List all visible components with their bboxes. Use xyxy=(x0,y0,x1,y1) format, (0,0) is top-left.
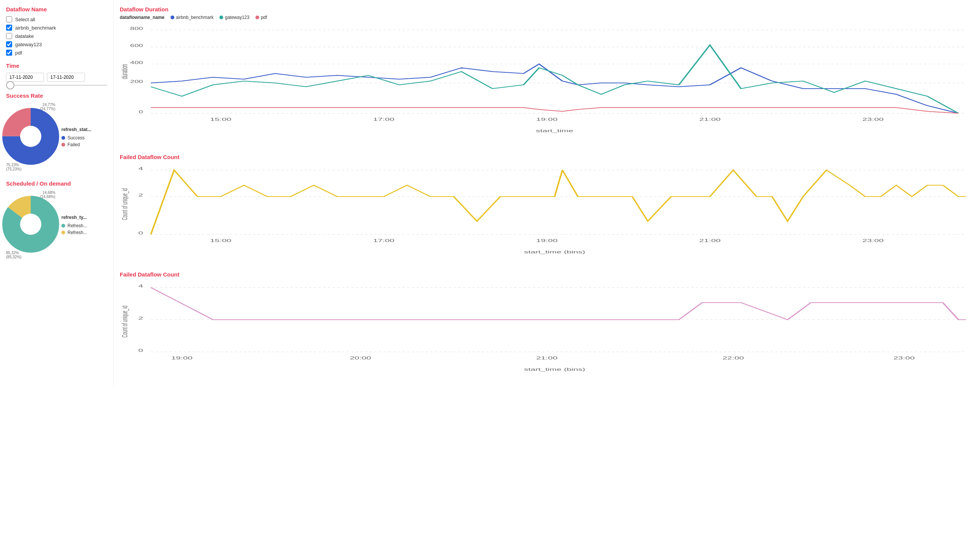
svg-point-2 xyxy=(20,126,41,147)
success-label: Success xyxy=(67,135,84,140)
success-legend-failed: Failed xyxy=(61,142,91,147)
gateway123-item[interactable]: gateway123 xyxy=(6,41,107,47)
duration-legend-field: dataflowname_name xyxy=(120,15,164,20)
svg-text:2: 2 xyxy=(138,316,143,321)
svg-text:19:00: 19:00 xyxy=(536,117,558,122)
pdf-label: pdf xyxy=(15,50,22,56)
scheduled-legend-refresh2: Refresh... xyxy=(61,230,87,235)
success-dot xyxy=(61,136,65,140)
time-slider-thumb[interactable] xyxy=(6,81,14,89)
svg-text:17:00: 17:00 xyxy=(373,117,395,122)
svg-text:21:00: 21:00 xyxy=(699,238,721,243)
datalake-item[interactable]: datalake xyxy=(6,33,107,39)
duration-chart-svg: 800 600 400 200 0 duration 15:00 17:00 1… xyxy=(120,22,974,143)
failed-count2-chart-container: Failed Dataflow Count 4 2 0 Count of uni… xyxy=(120,271,974,380)
time-title: Time xyxy=(6,62,107,69)
scheduled-pie-container: 14,68%(14,68%) 85,32%(85,32%) xyxy=(6,191,55,259)
svg-text:23:00: 23:00 xyxy=(862,117,884,122)
pdf-checkbox[interactable] xyxy=(6,49,12,56)
failed-label: Failed xyxy=(67,142,80,147)
success-legend-title: refresh_stat... xyxy=(61,127,91,132)
refresh2-label: Refresh... xyxy=(67,230,87,235)
scheduled-legend-title: refresh_ty... xyxy=(61,215,87,220)
svg-text:20:00: 20:00 xyxy=(350,356,371,360)
success-pie-wrapper: 24,77%(24,77%) 75,23%(75,23%) refresh_st… xyxy=(6,103,107,171)
svg-text:400: 400 xyxy=(130,60,143,65)
refresh2-dot xyxy=(61,230,65,234)
duration-legend-gateway-label: gateway123 xyxy=(225,15,249,20)
svg-text:0: 0 xyxy=(138,230,143,235)
duration-legend-gateway: gateway123 xyxy=(220,15,249,20)
failed-count-svg: 4 2 0 Count of unique_id 15:00 17:00 19:… xyxy=(120,162,974,261)
failed-count2-title: Failed Dataflow Count xyxy=(120,271,974,278)
airbnb-item[interactable]: airbnb_benchmark xyxy=(6,25,107,31)
left-panel: Dataflow Name Select all airbnb_benchmar… xyxy=(0,0,114,386)
svg-text:19:00: 19:00 xyxy=(536,238,558,243)
refresh1-label: Refresh... xyxy=(67,223,87,229)
failed-count-chart-container: Failed Dataflow Count 4 2 0 Count of uni… xyxy=(120,154,974,262)
duration-chart-container: Dataflow Duration dataflowname_name airb… xyxy=(120,6,974,145)
scheduled-section: Scheduled / On demand 14,68%(14,68%) 85,… xyxy=(6,180,107,259)
date-from-input[interactable] xyxy=(6,73,44,82)
duration-chart-title: Dataflow Duration xyxy=(120,6,974,13)
svg-text:duration: duration xyxy=(120,64,129,79)
datalake-checkbox[interactable] xyxy=(6,33,12,39)
gateway123-label: gateway123 xyxy=(15,42,42,47)
svg-text:2: 2 xyxy=(138,193,143,197)
time-inputs xyxy=(6,73,107,82)
svg-text:start_time (bins): start_time (bins) xyxy=(524,249,585,254)
gateway123-checkbox[interactable] xyxy=(6,41,12,47)
duration-legend-airbnb-label: airbnb_benchmark xyxy=(176,15,213,20)
svg-text:23:00: 23:00 xyxy=(862,238,884,243)
scheduled-legend: refresh_ty... Refresh... Refresh... xyxy=(61,215,87,235)
duration-legend-airbnb: airbnb_benchmark xyxy=(170,15,213,20)
svg-text:start_time (bins): start_time (bins) xyxy=(524,367,585,372)
svg-text:start_time: start_time xyxy=(536,129,573,133)
datalake-label: datalake xyxy=(15,33,34,39)
pdf-item[interactable]: pdf xyxy=(6,49,107,56)
svg-text:19:00: 19:00 xyxy=(171,356,193,360)
scheduled-pie-wrapper: 14,68%(14,68%) 85,32%(85,32%) refresh_ty… xyxy=(6,191,107,259)
scheduled-pie-chart xyxy=(6,200,55,249)
scheduled-title: Scheduled / On demand xyxy=(6,180,107,187)
select-all-checkbox[interactable] xyxy=(6,16,12,22)
scheduled-legend-refresh1: Refresh... xyxy=(61,223,87,229)
success-rate-section: Success Rate 24,77%(24,77%) 75,23%(75,23… xyxy=(6,92,107,171)
date-to-input[interactable] xyxy=(47,73,85,82)
dataflow-name-title: Dataflow Name xyxy=(6,6,107,13)
duration-legend-pdf-label: pdf xyxy=(261,15,267,20)
svg-text:23:00: 23:00 xyxy=(893,356,915,360)
svg-text:17:00: 17:00 xyxy=(373,238,395,243)
svg-text:4: 4 xyxy=(138,284,143,288)
svg-text:21:00: 21:00 xyxy=(536,356,558,360)
svg-text:21:00: 21:00 xyxy=(699,117,721,122)
select-all-item[interactable]: Select all xyxy=(6,16,107,22)
refresh1-dot xyxy=(61,224,65,228)
svg-text:Count of unique_id: Count of unique_id xyxy=(120,306,129,337)
svg-text:Count of unique_id: Count of unique_id xyxy=(120,188,129,220)
svg-text:15:00: 15:00 xyxy=(210,117,232,122)
time-section: Time xyxy=(6,62,107,86)
svg-point-5 xyxy=(20,214,41,235)
svg-text:15:00: 15:00 xyxy=(210,238,232,243)
svg-text:0: 0 xyxy=(138,348,143,353)
right-panel: Dataflow Duration dataflowname_name airb… xyxy=(114,0,980,386)
failed-count-title: Failed Dataflow Count xyxy=(120,154,974,160)
time-slider-track[interactable] xyxy=(6,85,107,86)
failed-dot xyxy=(61,143,65,146)
svg-text:22:00: 22:00 xyxy=(723,356,744,360)
failed-count2-svg: 4 2 0 Count of unique_id 19:00 20:00 21:… xyxy=(120,280,974,378)
dataflow-checkbox-list: Select all airbnb_benchmark datalake gat… xyxy=(6,16,107,56)
duration-legend: dataflowname_name airbnb_benchmark gatew… xyxy=(120,15,974,20)
svg-point-7 xyxy=(220,16,223,19)
svg-text:800: 800 xyxy=(130,27,143,31)
svg-text:0: 0 xyxy=(139,110,143,114)
svg-point-8 xyxy=(255,16,259,19)
airbnb-checkbox[interactable] xyxy=(6,25,12,31)
svg-point-6 xyxy=(170,16,174,19)
success-legend: refresh_stat... Success Failed xyxy=(61,127,91,147)
success-pie-container: 24,77%(24,77%) 75,23%(75,23%) xyxy=(6,103,55,171)
success-legend-success: Success xyxy=(61,135,91,140)
airbnb-label: airbnb_benchmark xyxy=(15,25,56,31)
success-pie-chart xyxy=(6,112,55,161)
